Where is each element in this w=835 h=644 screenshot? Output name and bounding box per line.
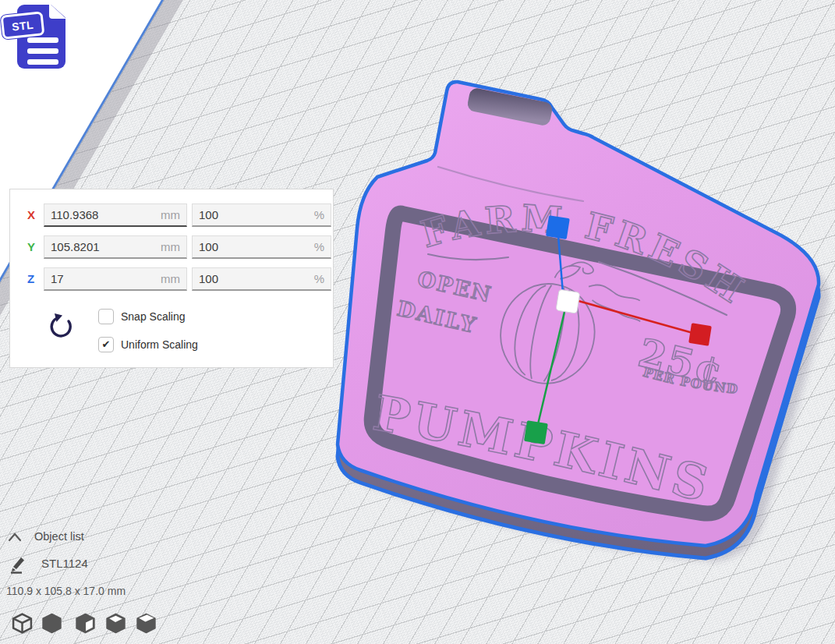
axis-x-label: X [27,208,35,221]
object-list-toggle[interactable]: Object list [34,530,84,543]
z-size-value: 17 [51,272,64,285]
view-front-button[interactable] [41,613,62,634]
uniform-scaling-row: ✔ Uniform Scaling [98,336,198,352]
stl-badge: STL [1,11,45,39]
scale-handle-center[interactable] [556,289,580,313]
view-right-button[interactable] [75,613,96,634]
axis-z-label: Z [27,272,34,285]
view-3d-button[interactable] [12,613,33,634]
y-size-value: 105.8201 [51,240,100,253]
reset-scale-button[interactable] [48,313,77,344]
y-size-unit: mm [161,240,180,253]
view-left-button[interactable] [136,613,157,634]
scale-handle-blue[interactable] [546,215,570,239]
z-size-unit: mm [161,272,180,285]
scale-tool-panel: X 110.9368 mm 100 % Y 105.8201 mm 100 % … [9,189,334,368]
snap-scaling-label: Snap Scaling [121,310,186,323]
axis-y-label: Y [27,240,35,253]
y-percent-unit: % [314,240,324,253]
x-percent-unit: % [314,208,324,221]
uniform-scaling-checkbox[interactable]: ✔ [98,337,114,352]
snap-scaling-checkbox[interactable] [98,309,114,324]
pencil-icon [9,554,28,574]
view-top-button[interactable] [105,613,126,634]
scale-handle-red[interactable] [688,323,712,346]
chevron-up-icon[interactable] [8,532,22,543]
object-list-item[interactable]: STL1124 [41,557,88,570]
x-percent-value: 100 [199,208,218,221]
uniform-scaling-label: Uniform Scaling [121,338,198,351]
model-dimensions-label: 110.9 x 105.8 x 17.0 mm [6,585,126,597]
x-percent-input[interactable]: 100 % [192,203,331,227]
snap-scaling-row: Snap Scaling [98,308,186,324]
z-percent-input[interactable]: 100 % [192,267,331,291]
z-percent-value: 100 [199,272,218,285]
application-window: FARM FRESH OPEN DAILY [0,0,835,644]
x-size-input[interactable]: 110.9368 mm [44,203,187,227]
y-size-input[interactable]: 105.8201 mm [44,235,187,259]
mold-model[interactable]: FARM FRESH OPEN DAILY [338,82,819,558]
x-size-value: 110.9368 [51,208,98,221]
uniform-check-mark: ✔ [102,339,111,349]
scale-handle-green[interactable] [524,420,548,444]
x-size-unit: mm [161,208,180,221]
scale-row-x: X 110.9368 mm 100 % [10,203,333,227]
reset-arrow-icon [51,318,70,336]
stl-file-icon[interactable]: STL [5,3,72,76]
scale-row-y: Y 105.8201 mm 100 % [10,235,333,259]
y-percent-value: 100 [199,240,218,253]
scale-row-z: Z 17 mm 100 % [10,267,333,291]
y-percent-input[interactable]: 100 % [192,235,331,259]
z-size-input[interactable]: 17 mm [44,267,187,291]
z-percent-unit: % [314,272,324,285]
